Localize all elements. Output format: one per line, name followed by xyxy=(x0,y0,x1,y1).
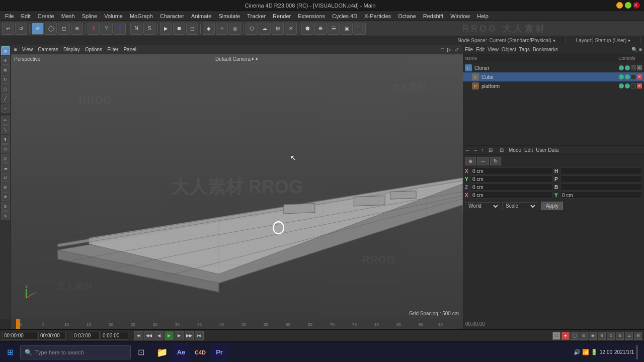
platform-tag2[interactable]: ✕ xyxy=(637,83,642,88)
platform-render-ctrl[interactable] xyxy=(625,83,630,88)
go-start-btn[interactable]: ⏮ xyxy=(134,331,143,340)
keyframe-type1[interactable]: □ xyxy=(552,332,560,340)
material-icon[interactable]: ❋ xyxy=(314,23,327,35)
obj-cube[interactable]: C Cube ✕ xyxy=(463,72,644,81)
magnet-tool[interactable]: U xyxy=(1,173,10,182)
viewport-panel[interactable]: Panel xyxy=(123,47,136,52)
move-tool[interactable]: ⊕ xyxy=(32,23,44,35)
rot-mode-btn[interactable]: ↻ xyxy=(490,157,501,165)
floor-tool[interactable]: ⊞ xyxy=(272,23,284,35)
snap-tool[interactable]: ◆ xyxy=(203,23,215,35)
spline-tool[interactable]: S xyxy=(1,202,10,211)
cube-tag2[interactable]: ✕ xyxy=(637,74,642,79)
menu-help[interactable]: Help xyxy=(474,12,492,20)
platform-tag1[interactable] xyxy=(631,83,636,88)
redo-button[interactable]: ↺ xyxy=(15,23,27,35)
keyframe-type8[interactable]: ⊗ xyxy=(616,332,624,340)
display-icon[interactable]: ▣ xyxy=(341,23,353,35)
show-desktop-btn[interactable] xyxy=(636,345,638,359)
safe-frame-icon[interactable]: □ xyxy=(441,47,444,52)
keyframe-type6[interactable]: ⊕ xyxy=(598,332,606,340)
measure-tool[interactable]: $ xyxy=(1,211,10,220)
expand-icon[interactable]: ⤢ xyxy=(455,47,459,52)
select-tool[interactable]: ▣ xyxy=(1,46,10,55)
prev-frame-btn[interactable]: ◀ xyxy=(154,331,164,340)
render-active-icon[interactable]: ▷ xyxy=(447,47,451,52)
maximize-button[interactable]: □ xyxy=(625,2,631,9)
loop-tool[interactable]: ◎ xyxy=(1,154,10,163)
polygon-mode[interactable]: S xyxy=(143,23,155,35)
y-axis[interactable]: Y xyxy=(101,23,113,35)
close-button[interactable]: ✕ xyxy=(633,2,640,9)
keyframe-type4[interactable]: ⊛ xyxy=(580,332,588,340)
pen-tool[interactable]: ✏ xyxy=(1,116,10,125)
taskbar-search[interactable]: 🔍 Type here to search xyxy=(20,345,131,359)
mark-out-field[interactable] xyxy=(101,332,128,340)
selection-tool[interactable]: ◎ xyxy=(229,23,241,35)
keyframe-type2[interactable]: ● xyxy=(561,332,570,340)
x-axis[interactable]: X xyxy=(88,23,100,35)
filter-obj-icon[interactable]: ≡ xyxy=(639,47,642,52)
cloner-tag2[interactable]: ⊕ xyxy=(637,65,642,70)
taskbar-app-pr[interactable]: Pr xyxy=(210,343,228,361)
viewport-view[interactable]: View xyxy=(22,47,33,52)
cloner-render-ctrl[interactable] xyxy=(625,65,630,70)
scale-tool-left[interactable]: ⊠ xyxy=(1,65,10,74)
time-field-1[interactable] xyxy=(2,332,37,340)
x-pos-input[interactable] xyxy=(471,167,552,174)
keyframe-type10[interactable]: ⊟ xyxy=(634,332,642,340)
viewport[interactable]: ≡ View Cameras Display Options Filter Pa… xyxy=(11,45,463,319)
viewport-menu-icon[interactable]: ≡ xyxy=(14,47,17,52)
search-obj-icon[interactable]: 🔍 xyxy=(631,47,637,52)
obj-cloner[interactable]: C Cloner ⬡ ⊕ xyxy=(463,63,644,72)
objpanel-tags[interactable]: Tags xyxy=(519,47,530,52)
attr-nav-up[interactable]: ↑ xyxy=(481,147,484,153)
camera-tool[interactable]: ☁ xyxy=(259,23,271,35)
minimize-button[interactable]: ─ xyxy=(616,2,623,9)
taskbar-app-ae[interactable]: Ae xyxy=(172,343,190,361)
viewport-cameras[interactable]: Cameras xyxy=(38,47,58,52)
objpanel-edit[interactable]: Edit xyxy=(476,47,485,52)
viewport-options[interactable]: Options xyxy=(85,47,102,52)
render-view[interactable]: ⏹ xyxy=(173,23,185,35)
bridge-tool[interactable]: ⊟ xyxy=(1,144,10,153)
scale-dropdown[interactable]: Scale Size xyxy=(502,202,537,210)
x-scale-input[interactable] xyxy=(471,192,552,199)
size-mode-btn[interactable]: ↔ xyxy=(477,157,489,165)
mirror-tool[interactable]: ⊖ xyxy=(1,183,10,192)
obj-platform[interactable]: P platform ✕ xyxy=(463,81,644,90)
coord-system-dropdown[interactable]: World Object xyxy=(465,202,500,210)
menu-file[interactable]: File xyxy=(2,12,17,20)
transform-tool[interactable]: ⊕ xyxy=(71,23,83,35)
attr-mode[interactable]: Mode xyxy=(509,147,521,153)
attr-nav-fwd[interactable]: → xyxy=(473,147,478,153)
menu-cycles4d[interactable]: Cycles 4D xyxy=(329,12,360,20)
task-view-btn[interactable]: ⊡ xyxy=(133,344,149,360)
viewport-canvas[interactable]: Perspective Default Camera✦✦ RROG 大人素材 R… xyxy=(11,54,463,319)
menu-spline[interactable]: Spline xyxy=(79,12,101,20)
start-button[interactable]: ⊞ xyxy=(2,344,18,360)
menu-redshift[interactable]: Redshift xyxy=(420,12,446,20)
viewport-filter[interactable]: Filter xyxy=(107,47,118,52)
time-field-2[interactable] xyxy=(38,332,66,340)
z-pos-input[interactable] xyxy=(471,184,552,191)
menu-create[interactable]: Create xyxy=(35,12,57,20)
menu-volume[interactable]: Volume xyxy=(101,12,126,20)
layout-value[interactable]: Startup (User) ▾ xyxy=(592,37,641,44)
p-input[interactable] xyxy=(560,175,642,183)
taskbar-app-files[interactable]: 📁 xyxy=(153,343,171,361)
move-tool-left[interactable]: ✛ xyxy=(1,56,10,65)
array-tool[interactable]: ⊕ xyxy=(1,192,10,201)
scale-tool[interactable]: ◯ xyxy=(45,23,57,35)
go-end-btn[interactable]: ⏭ xyxy=(195,331,204,340)
attr-edit[interactable]: Edit xyxy=(524,147,533,153)
snap-settings[interactable]: ✧ xyxy=(216,23,228,35)
cloner-vis-ctrl[interactable] xyxy=(619,65,624,70)
light-tool[interactable]: ⬡ xyxy=(246,23,258,35)
objpanel-object[interactable]: Object xyxy=(502,47,516,52)
attr-filter-icon[interactable]: ⊟ xyxy=(489,147,493,153)
extrude-tool[interactable]: ⬆ xyxy=(1,135,10,144)
cube-vis-ctrl[interactable] xyxy=(619,74,624,79)
y-pos-input[interactable] xyxy=(471,175,552,183)
next-frame-btn[interactable]: ▶ xyxy=(175,331,184,340)
